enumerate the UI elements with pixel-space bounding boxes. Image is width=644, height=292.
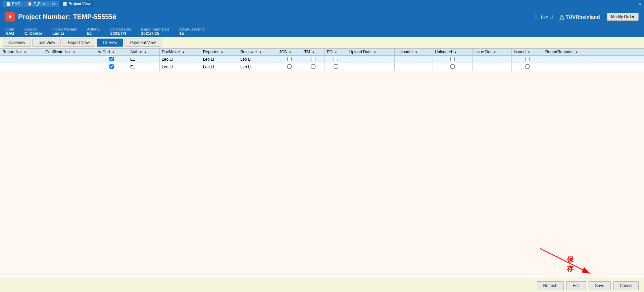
meta-bar: Client AAG Location C. Center Project Ma… [0, 26, 644, 37]
table-cell[interactable] [325, 63, 347, 71]
table-cell[interactable] [433, 56, 472, 63]
table-container[interactable]: Report No. ▼ Certificate No. ▼ NoCert ▼ … [0, 48, 644, 292]
tab-pmd-label: PMD [12, 2, 20, 6]
tab-project-view-label: Project View [69, 2, 91, 6]
main-content: Report No. ▼ Certificate No. ▼ NoCert ▼ … [0, 48, 644, 292]
save-button[interactable]: Save [589, 281, 610, 290]
meta-lead-time: Actual Lead time 15 [180, 27, 205, 36]
meta-location: Location C. Center [24, 27, 42, 36]
refresh-button[interactable]: Refresh [537, 281, 564, 290]
user-icon: 👤 [532, 14, 539, 20]
checkbox[interactable] [311, 64, 315, 69]
title-tabs: 📄 PMD 📋 F_ProjectList 📊 Project View [3, 1, 94, 7]
meta-expect-value: 2021/7/25 [141, 31, 159, 36]
logo-area: △ TÜVRheinland [559, 13, 600, 20]
pmd-icon: 📄 [6, 2, 11, 6]
col-no-cert[interactable]: NoCert ▼ [95, 49, 128, 56]
col-reporter[interactable]: Reporter ▼ [201, 49, 238, 56]
tab-test-view[interactable]: Test View [32, 39, 61, 47]
table-cell [0, 63, 43, 71]
meta-expect-finish: Expect Finish Date 2021/7/25 [141, 27, 169, 36]
meta-pm-label: Project Manager [52, 27, 77, 31]
table-cell [0, 56, 43, 63]
table-cell[interactable] [302, 56, 325, 63]
table-cell[interactable] [95, 63, 128, 71]
table-cell [43, 56, 95, 63]
col-report-remarks[interactable]: ReportRemarks ▼ [543, 49, 644, 56]
table-row: E1Leo LiLeo LiLeo Li [0, 63, 644, 71]
nav-tabs: Overview Test View Report View TS View P… [0, 37, 644, 48]
meta-location-label: Location [24, 27, 37, 31]
tab-report-view[interactable]: Report View [62, 39, 95, 47]
col-reviewer[interactable]: Reviewer ▼ [238, 49, 277, 56]
table-cell [394, 56, 433, 63]
table-cell: Leo Li [201, 63, 238, 71]
col-issued[interactable]: Issued ▼ [511, 49, 543, 56]
ts-table: Report No. ▼ Certificate No. ▼ NoCert ▼ … [0, 48, 644, 71]
table-cell [472, 63, 511, 71]
checkbox[interactable] [525, 64, 530, 69]
checkbox[interactable] [334, 57, 338, 61]
table-cell [472, 56, 511, 63]
checkbox[interactable] [109, 57, 114, 61]
checkbox[interactable] [109, 64, 114, 69]
edit-button[interactable]: Edit [566, 281, 586, 290]
col-uploaded[interactable]: Uploaded ▼ [433, 49, 472, 56]
project-view-icon: 📊 [63, 2, 67, 6]
meta-authority-value: E1 [87, 31, 92, 36]
tab-overview[interactable]: Overview [3, 39, 31, 47]
bottom-bar: Refresh Edit Save Cancel [0, 279, 644, 292]
meta-location-value: C. Center [24, 31, 42, 36]
user-info: 👤 Leo Li [532, 14, 553, 20]
col-report-no[interactable]: Report No. ▼ [0, 49, 43, 56]
table-cell[interactable] [511, 56, 543, 63]
project-number: TEMP-555556 [73, 13, 116, 21]
meta-contract-date: Contract Date 2021/7/4 [110, 27, 131, 36]
checkbox[interactable] [311, 57, 315, 61]
table-cell: Leo Li [238, 63, 277, 71]
col-upload-date[interactable]: Upload Date ▼ [347, 49, 394, 56]
header-right: 👤 Leo Li △ TÜVRheinland Modify Order [532, 13, 639, 21]
checkbox[interactable] [450, 64, 455, 69]
meta-lead-value: 15 [180, 31, 184, 36]
tuv-logo-text: TÜVRheinland [565, 14, 600, 20]
table-cell: E1 [128, 63, 159, 71]
table-cell: Leo Li [159, 63, 201, 71]
checkbox[interactable] [287, 57, 292, 61]
table-cell: Leo Li [238, 56, 277, 63]
checkbox[interactable] [525, 57, 530, 61]
header-bar: ■ Project Number: TEMP-555556 👤 Leo Li △… [0, 7, 644, 26]
tab-project-list[interactable]: 📋 F_ProjectList [24, 1, 58, 7]
table-cell[interactable] [325, 56, 347, 63]
checkbox[interactable] [287, 64, 292, 69]
table-cell[interactable] [277, 63, 302, 71]
col-tm[interactable]: TM ▼ [302, 49, 325, 56]
table-cell[interactable] [433, 63, 472, 71]
col-eq[interactable]: EQ ▼ [325, 49, 347, 56]
checkbox[interactable] [450, 57, 455, 61]
meta-authority: Authority E1 [87, 27, 100, 36]
modify-order-button[interactable]: Modify Order [607, 13, 639, 21]
table-cell[interactable] [511, 63, 543, 71]
table-cell [543, 56, 644, 63]
meta-authority-label: Authority [87, 27, 100, 31]
col-uploader[interactable]: Uploader ▼ [394, 49, 433, 56]
col-author[interactable]: Author ▼ [128, 49, 159, 56]
table-cell [347, 56, 394, 63]
tab-payment-view[interactable]: Payment View [125, 39, 161, 47]
meta-project-manager: Project Manager Leo Li [52, 27, 77, 36]
table-cell[interactable] [95, 56, 128, 63]
col-jcs[interactable]: JCS ▼ [277, 49, 302, 56]
table-cell[interactable] [277, 56, 302, 63]
checkbox[interactable] [334, 64, 338, 69]
close-button[interactable]: × [639, 1, 641, 6]
col-issue-date[interactable]: Issue Dat ▼ [472, 49, 511, 56]
table-cell [394, 63, 433, 71]
table-cell[interactable] [302, 63, 325, 71]
col-docmaker[interactable]: DocMaker ▼ [159, 49, 201, 56]
tab-pmd[interactable]: 📄 PMD [3, 1, 23, 7]
cancel-button[interactable]: Cancel [613, 281, 639, 290]
tab-project-view[interactable]: 📊 Project View [59, 1, 94, 7]
col-certificate-no[interactable]: Certificate No. ▼ [43, 49, 95, 56]
tab-ts-view[interactable]: TS View [97, 39, 123, 47]
